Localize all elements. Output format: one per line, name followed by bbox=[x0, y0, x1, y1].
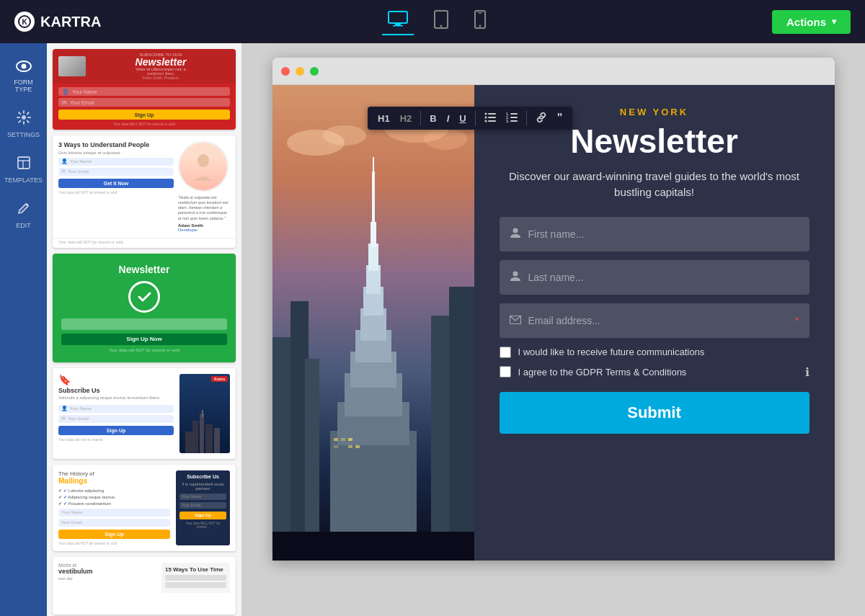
eye-icon bbox=[16, 59, 32, 76]
template-card-4[interactable]: 🔖 Subscribe Us Vehicula a adipiscing neq… bbox=[53, 368, 236, 459]
svg-point-12 bbox=[22, 115, 26, 120]
sidebar-label-templates: TEMPLATES bbox=[4, 177, 43, 184]
h2-button[interactable]: H2 bbox=[396, 111, 417, 126]
city-image bbox=[272, 85, 474, 561]
svg-rect-63 bbox=[272, 532, 474, 561]
svg-point-39 bbox=[424, 128, 467, 150]
sidebar-item-templates[interactable]: TEMPLATES bbox=[0, 147, 47, 192]
submit-button[interactable]: Submit bbox=[500, 392, 809, 434]
ol-button[interactable]: 1. 2. 3. bbox=[502, 110, 522, 127]
sidebar-item-edit[interactable]: EDIT bbox=[0, 192, 47, 238]
text-formatting-toolbar: H1 H2 B I U 1. 2. 3. bbox=[368, 107, 572, 130]
svg-rect-13 bbox=[18, 157, 30, 169]
newsletter-title: Newsletter bbox=[570, 123, 738, 160]
svg-rect-8 bbox=[478, 12, 482, 14]
svg-rect-21 bbox=[214, 428, 220, 453]
svg-rect-2 bbox=[389, 12, 407, 23]
ul-button[interactable] bbox=[480, 110, 500, 127]
svg-point-16 bbox=[198, 154, 209, 167]
checkbox-communications-input[interactable] bbox=[500, 347, 511, 358]
gear-icon bbox=[17, 110, 31, 128]
toolbar-divider-3 bbox=[526, 111, 527, 125]
checkbox-gdpr-input[interactable] bbox=[500, 366, 511, 378]
logo-text: KARTRA bbox=[40, 14, 101, 30]
newsletter-description: Discover our award-winning travel guides… bbox=[500, 169, 809, 201]
browser-chrome: NEW YORK Newsletter Discover our award-w… bbox=[272, 58, 835, 561]
template-card-5[interactable]: The History of Mailings ✔ ✔ Lobortis adi… bbox=[53, 465, 236, 551]
info-icon[interactable]: ℹ bbox=[805, 365, 809, 379]
tablet-button[interactable] bbox=[428, 7, 454, 36]
logo-icon: K bbox=[14, 12, 35, 32]
italic-button[interactable]: I bbox=[443, 111, 454, 126]
sidebar-label-form-type: FORM TYPE bbox=[6, 79, 41, 93]
main-area: FORM TYPE SETTINGS TEMPLATES bbox=[0, 43, 865, 616]
browser-close-dot[interactable] bbox=[281, 67, 290, 76]
firstname-input[interactable] bbox=[528, 228, 799, 240]
browser-maximize-dot[interactable] bbox=[310, 67, 319, 76]
lastname-input[interactable] bbox=[528, 272, 799, 283]
svg-point-9 bbox=[479, 25, 481, 27]
svg-point-11 bbox=[21, 64, 26, 69]
newsletter-container: NEW YORK Newsletter Discover our award-w… bbox=[272, 85, 835, 561]
svg-rect-20 bbox=[205, 424, 213, 453]
template-card-3[interactable]: Newsletter Sign Up Now Your data will NO… bbox=[53, 254, 236, 362]
sidebar-item-form-type[interactable]: FORM TYPE bbox=[0, 50, 47, 102]
logo[interactable]: K KARTRA bbox=[14, 12, 101, 32]
quote-button[interactable]: " bbox=[553, 110, 567, 127]
svg-rect-61 bbox=[348, 445, 352, 448]
link-button[interactable] bbox=[531, 110, 551, 127]
actions-label: Actions bbox=[786, 16, 826, 28]
template-panel: SUBSCRIBE TO OUR Newsletter Vitae et ull… bbox=[47, 43, 241, 616]
sidebar-label-edit: EDIT bbox=[16, 222, 31, 229]
svg-rect-58 bbox=[341, 438, 345, 441]
checkbox-communications: I would like to receive future communica… bbox=[500, 347, 809, 358]
templates-icon bbox=[17, 156, 31, 174]
desktop-button[interactable] bbox=[382, 8, 414, 35]
svg-point-24 bbox=[484, 116, 487, 118]
bold-button[interactable]: B bbox=[425, 111, 440, 126]
person-icon bbox=[510, 227, 521, 241]
svg-rect-60 bbox=[334, 445, 338, 448]
svg-rect-54 bbox=[371, 222, 376, 247]
email-field: * bbox=[500, 303, 809, 338]
svg-rect-34 bbox=[510, 120, 518, 122]
svg-rect-33 bbox=[510, 117, 518, 118]
svg-rect-17 bbox=[192, 421, 198, 453]
svg-rect-3 bbox=[395, 23, 401, 25]
svg-rect-56 bbox=[373, 157, 374, 175]
required-marker: * bbox=[795, 315, 799, 326]
svg-point-65 bbox=[513, 271, 518, 276]
toolbar-divider-2 bbox=[475, 111, 476, 125]
template-card-2[interactable]: 3 Ways to Understand People Duis loborti… bbox=[53, 135, 236, 248]
left-sidebar: FORM TYPE SETTINGS TEMPLATES bbox=[0, 43, 47, 616]
svg-point-37 bbox=[323, 125, 366, 146]
svg-rect-53 bbox=[368, 244, 378, 271]
template-card-6[interactable]: Morbi id vestibulum non dui 15 Ways To U… bbox=[53, 557, 236, 615]
svg-rect-44 bbox=[449, 287, 474, 561]
email-input[interactable] bbox=[528, 315, 789, 326]
h1-button[interactable]: H1 bbox=[373, 111, 394, 126]
template-card-1[interactable]: SUBSCRIBE TO OUR Newsletter Vitae et ull… bbox=[53, 49, 236, 130]
svg-rect-55 bbox=[372, 171, 375, 226]
underline-button[interactable]: U bbox=[455, 111, 470, 126]
svg-rect-28 bbox=[488, 120, 496, 122]
sidebar-item-settings[interactable]: SETTINGS bbox=[0, 102, 47, 147]
svg-rect-22 bbox=[185, 432, 192, 453]
device-switcher bbox=[382, 7, 492, 36]
lastname-field bbox=[500, 260, 809, 295]
svg-point-23 bbox=[484, 112, 487, 115]
svg-text:3.: 3. bbox=[506, 119, 510, 122]
person-icon-2 bbox=[510, 270, 521, 285]
actions-button[interactable]: Actions ▾ bbox=[772, 10, 851, 34]
browser-toolbar bbox=[272, 58, 835, 85]
browser-minimize-dot[interactable] bbox=[296, 67, 304, 76]
chevron-down-icon: ▾ bbox=[832, 17, 836, 27]
top-navigation: K KARTRA Actions ▾ bbox=[0, 0, 865, 43]
svg-rect-59 bbox=[348, 438, 352, 441]
svg-rect-19 bbox=[202, 410, 203, 417]
svg-rect-32 bbox=[510, 113, 518, 115]
checkbox-gdpr: I agree to the GDPR Terms & Conditions ℹ bbox=[500, 365, 809, 379]
form-panel: NEW YORK Newsletter Discover our award-w… bbox=[474, 85, 835, 561]
checkbox-gdpr-label: I agree to the GDPR Terms & Conditions bbox=[518, 367, 687, 378]
mobile-button[interactable] bbox=[469, 7, 492, 36]
